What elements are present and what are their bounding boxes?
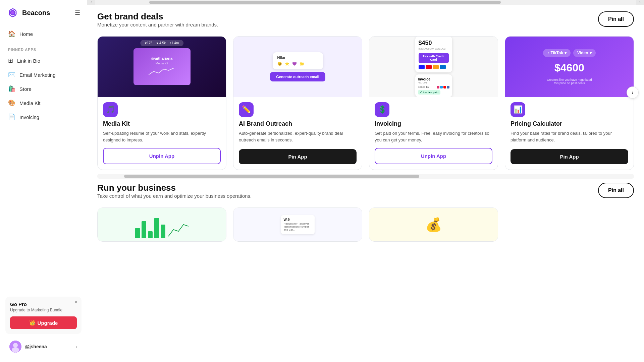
invoicing-card-body: 💲 Invoicing Get paid on your terms. Free…: [369, 97, 498, 170]
third-biz-card-partial: 💰: [369, 207, 498, 242]
run-business-title: Run your business: [97, 183, 252, 193]
media-kit-unpin-button[interactable]: Unpin App: [103, 148, 221, 164]
bar-2: [142, 221, 146, 238]
invoicing-card-title: Invoicing: [375, 120, 492, 127]
upgrade-button[interactable]: 👑 Upgrade: [10, 316, 77, 329]
tiktok-tag: ♪ TikTok ▾: [543, 49, 571, 57]
brand-deals-section: Get brand deals Monetize your content an…: [97, 11, 634, 170]
invoice-paid-badge: ✓ Invoice paid: [418, 90, 440, 95]
w9-subtitle: Request for Taxpayer Identification Numb…: [284, 222, 312, 231]
brand-deals-title-group: Get brand deals Monetize your content an…: [97, 11, 218, 34]
pricing-note: Creators like you have negotiated this p…: [544, 78, 595, 85]
sidebar-item-home[interactable]: 🏠 Home: [4, 27, 83, 41]
store-icon: 🛍️: [8, 85, 15, 93]
brand-deals-pin-all-button[interactable]: Pin all: [598, 11, 634, 27]
upgrade-label: Upgrade: [38, 320, 58, 326]
w9-content: W-9 Request for Taxpayer Identification …: [233, 208, 362, 241]
media-kit-icon: 🎨: [8, 99, 15, 107]
store-label: Store: [19, 86, 32, 92]
ai-outreach-pin-button[interactable]: Pin App: [239, 149, 357, 164]
invoice-doc-title: Invoice: [418, 77, 449, 81]
outreach-name: Niko: [277, 56, 318, 60]
go-pro-close-icon[interactable]: ✕: [74, 299, 78, 305]
invoicing-app-icon: 💲: [375, 102, 389, 117]
carousel-next-button[interactable]: ›: [627, 86, 639, 99]
media-kit-chart: [149, 66, 175, 76]
scroll-track: [95, 0, 636, 5]
ai-outreach-card-desc: Auto-generate personalized, expert-quali…: [239, 130, 357, 144]
svg-point-1: [11, 11, 14, 14]
invoicing-card-desc: Get paid on your terms. Free, easy invoi…: [375, 130, 492, 143]
scroll-thumb: [149, 1, 501, 4]
invoicing-label: Invoicing: [19, 114, 39, 120]
pricing-card-desc: Find your base rates for brand deals, ta…: [511, 130, 628, 144]
sidebar-item-invoicing[interactable]: 📄 Invoicing: [4, 110, 83, 124]
pricing-pin-button[interactable]: Pin App: [511, 149, 628, 164]
invoice-doc-no: No. 001: [418, 81, 449, 84]
scroll-left-button[interactable]: ‹: [87, 0, 95, 5]
chevron-right-icon: ›: [76, 344, 77, 349]
email-marketing-label: Email Marketing: [19, 72, 56, 78]
pricing-preview: ♪ TikTok ▾ Video ▾ $4600: [505, 37, 634, 97]
invoice-label: INSTAGRAM COLLAB: [419, 47, 449, 50]
pay-credit-card-btn[interactable]: Pay with Credit Card: [419, 53, 449, 63]
run-business-cards-row: W-9 Request for Taxpayer Identification …: [97, 207, 634, 242]
menu-toggle-icon[interactable]: ☰: [75, 9, 80, 16]
w9-preview: W-9 Request for Taxpayer Identification …: [233, 208, 362, 241]
invoicing-preview: $450 INSTAGRAM COLLAB Pay with Credit Ca…: [369, 37, 498, 97]
analytics-card-partial: [97, 207, 226, 242]
top-scrollbar[interactable]: ‹ ›: [87, 0, 644, 5]
invoice-payment-card: $450 INSTAGRAM COLLAB Pay with Credit Ca…: [415, 37, 452, 72]
invoice-doc-row: Edited by: [418, 85, 449, 88]
brand-deals-cards-row: ♥175♥ 4.5k↑1.4m @githarjana Media Kit: [97, 36, 634, 170]
svg-point-4: [12, 347, 19, 353]
invoicing-icon: 📄: [8, 113, 15, 121]
crown-icon: 👑: [29, 320, 36, 326]
brand-deals-title: Get brand deals: [97, 11, 218, 22]
video-label: Video: [577, 51, 588, 55]
payment-icons: [419, 65, 449, 69]
invoicing-card: $450 INSTAGRAM COLLAB Pay with Credit Ca…: [369, 36, 498, 170]
sidebar-item-email-marketing[interactable]: ✉️ Email Marketing: [4, 68, 83, 82]
horizontal-scrollbar[interactable]: [97, 174, 634, 179]
w9-card-partial: W-9 Request for Taxpayer Identification …: [233, 207, 362, 242]
email-marketing-icon: ✉️: [8, 71, 15, 78]
outreach-emoji-row: 😊⭐💜🌟: [277, 62, 318, 66]
run-business-header: Run your business Take control of what y…: [97, 183, 634, 205]
sidebar-logo-text: Beacons: [22, 9, 50, 17]
pricing-app-icon: 📊: [511, 102, 525, 117]
ai-outreach-icon-container: ✏️: [239, 102, 357, 117]
media-kit-preview: ♥175♥ 4.5k↑1.4m @githarjana Media Kit: [98, 37, 226, 97]
w9-title: W-9: [284, 218, 312, 222]
ai-brand-outreach-card: Niko 😊⭐💜🌟 Generate outreach email: [233, 36, 362, 170]
bar-1: [135, 228, 140, 238]
generate-email-button[interactable]: Generate outreach email: [270, 72, 325, 81]
user-profile-row[interactable]: @jsheena ›: [5, 337, 82, 357]
pricing-tags: ♪ TikTok ▾ Video ▾: [543, 49, 595, 57]
sidebar-item-link-in-bio[interactable]: ⊞ Link in Bio: [4, 54, 83, 68]
invoice-social-icons: [437, 86, 449, 88]
svg-point-3: [13, 343, 18, 348]
brand-deals-header: Get brand deals Monetize your content an…: [97, 11, 634, 34]
pricing-card-title: Pricing Calculator: [511, 120, 628, 127]
h-scrollbar-thumb: [124, 175, 419, 178]
go-pro-subtitle: Upgrade to Marketing Bundle: [10, 308, 77, 312]
go-pro-title: Go Pro: [10, 301, 77, 307]
invoice-doc-card: Invoice No. 001 Edited by: [415, 74, 452, 97]
invoicing-icon-container: 💲: [375, 102, 492, 117]
avatar: [9, 341, 21, 353]
sidebar-item-media-kit[interactable]: 🎨 Media Kit: [4, 96, 83, 110]
run-business-pin-all-button[interactable]: Pin all: [598, 183, 634, 198]
link-in-bio-label: Link in Bio: [17, 58, 40, 64]
invoicing-unpin-button[interactable]: Unpin App: [375, 148, 492, 164]
outreach-content: Niko 😊⭐💜🌟 Generate outreach email: [233, 52, 362, 81]
ai-outreach-card-body: ✏️ AI Brand Outreach Auto-generate perso…: [233, 97, 362, 170]
tiktok-chevron: ▾: [565, 51, 567, 55]
run-business-section: Run your business Take control of what y…: [97, 183, 634, 242]
sidebar-bottom: ✕ Go Pro Upgrade to Marketing Bundle 👑 U…: [0, 291, 87, 362]
sidebar-item-store[interactable]: 🛍️ Store: [4, 82, 83, 96]
media-kit-laptop: @githarjana Media Kit: [133, 48, 191, 85]
pinned-apps-label: PINNED APPS: [0, 44, 87, 54]
invoice-edited-by: Edited by: [418, 85, 429, 88]
scroll-right-button[interactable]: ›: [636, 0, 644, 5]
